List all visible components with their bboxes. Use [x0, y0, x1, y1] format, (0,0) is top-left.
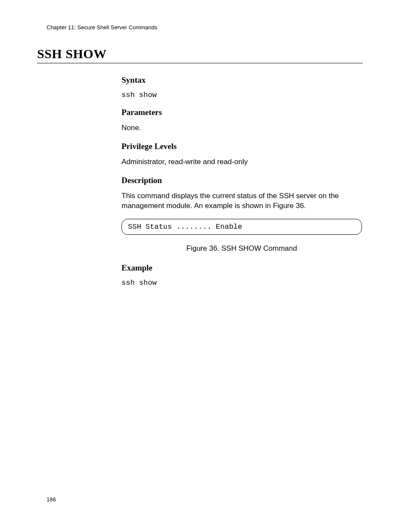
description-text: This command displays the current status…: [121, 191, 362, 211]
privilege-heading: Privilege Levels: [121, 142, 362, 151]
content-area: Syntax ssh show Parameters None. Privile…: [121, 75, 362, 295]
syntax-code: ssh show: [121, 91, 362, 99]
page-number: 186: [47, 496, 56, 503]
example-code: ssh show: [121, 279, 362, 287]
privilege-text: Administrator, read-write and read-only: [121, 157, 362, 167]
figure-caption: Figure 36. SSH SHOW Command: [121, 244, 362, 253]
chapter-header: Chapter 11: Secure Shell Server Commands: [47, 24, 157, 31]
syntax-heading: Syntax: [121, 75, 362, 85]
example-heading: Example: [121, 263, 362, 273]
command-title: SSH SHOW: [37, 47, 363, 61]
command-title-block: SSH SHOW: [37, 47, 363, 63]
description-heading: Description: [121, 176, 362, 185]
figure-box: SSH Status ........ Enable: [121, 219, 362, 235]
parameters-text: None.: [121, 123, 362, 133]
page: Chapter 11: Secure Shell Server Commands…: [0, 0, 411, 532]
parameters-heading: Parameters: [121, 108, 362, 117]
figure-content: SSH Status ........ Enable: [128, 223, 242, 231]
